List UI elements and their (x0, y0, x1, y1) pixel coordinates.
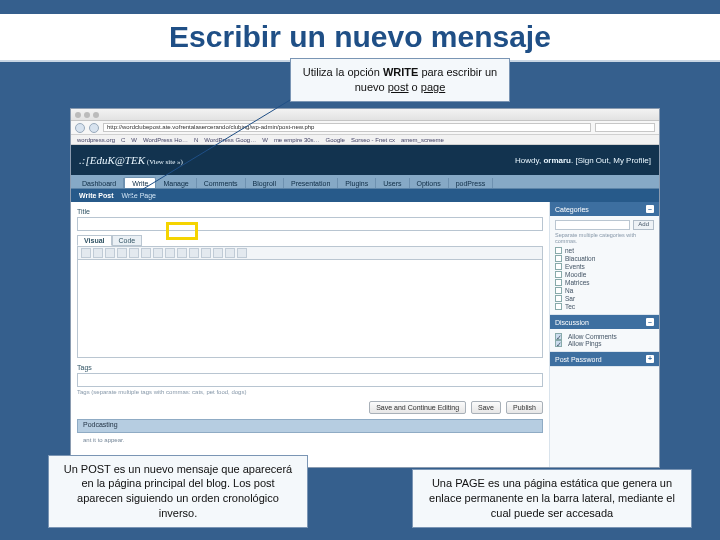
toolbar-button[interactable] (153, 248, 163, 258)
discussion-label: Allow Pings (568, 340, 602, 347)
window-dot (75, 112, 81, 118)
browser-titlebar (71, 109, 659, 121)
category-item[interactable]: Sar (555, 295, 654, 302)
nav-plugins[interactable]: Plugins (338, 178, 376, 188)
nav-write[interactable]: Write (124, 177, 156, 188)
collapse-icon[interactable]: – (646, 318, 654, 326)
toolbar-button[interactable] (141, 248, 151, 258)
discussion-item[interactable]: ✓Allow Comments (555, 333, 654, 340)
subnav-write-page[interactable]: Write Page (122, 192, 157, 199)
discussion-label: Allow Comments (568, 333, 617, 340)
category-item[interactable]: Matrices (555, 279, 654, 286)
bookmark-item[interactable]: wordpress.org (77, 137, 115, 143)
callout-bottom-right: Una PAGE es una página estática que gene… (412, 469, 692, 528)
category-item[interactable]: net (555, 247, 654, 254)
title-input[interactable] (77, 217, 543, 231)
bookmark-item[interactable]: me empire 30s… (274, 137, 320, 143)
forward-button[interactable] (89, 123, 99, 133)
bookmark-item[interactable]: Google (326, 137, 345, 143)
editor-tab-visual[interactable]: Visual (77, 235, 112, 246)
callout-top: Utiliza la opción WRITE para escribir un… (290, 58, 510, 102)
editor-area: Title Visual Code (71, 202, 549, 467)
howdy-links[interactable]: . [Sign Out, My Profile] (571, 156, 651, 165)
nav-presentation[interactable]: Presentation (284, 178, 338, 188)
bookmark-item[interactable]: WordPress Goog… (204, 137, 256, 143)
toolbar-button[interactable] (81, 248, 91, 258)
toolbar-button[interactable] (237, 248, 247, 258)
category-item[interactable]: Events (555, 263, 654, 270)
bookmark-item[interactable]: N (194, 137, 198, 143)
toolbar-button[interactable] (105, 248, 115, 258)
highlight-box (166, 222, 198, 240)
toolbar-button[interactable] (225, 248, 235, 258)
bookmark-item[interactable]: W (131, 137, 137, 143)
discussion-head[interactable]: Discussion – (550, 315, 659, 329)
nav-podpress[interactable]: podPress (449, 178, 494, 188)
nav-blogroll[interactable]: Blogroll (246, 178, 284, 188)
category-item[interactable]: Na (555, 287, 654, 294)
back-button[interactable] (75, 123, 85, 133)
nav-options[interactable]: Options (410, 178, 449, 188)
site-title[interactable]: .:[EduK@TEK (View site ») (79, 154, 183, 166)
category-hint: Separate multiple categories with commas… (555, 232, 654, 244)
toolbar-button[interactable] (93, 248, 103, 258)
toolbar-button[interactable] (177, 248, 187, 258)
sidebar: Categories – Add Separate multiple categ… (549, 202, 659, 467)
toolbar-button[interactable] (189, 248, 199, 258)
post-password-head[interactable]: Post Password + (550, 352, 659, 366)
bookmark-item[interactable]: C (121, 137, 125, 143)
category-item[interactable]: Tec (555, 303, 654, 310)
callout-top-text: Utiliza la opción WRITE para escribir un… (303, 66, 497, 93)
category-add-button[interactable]: Add (633, 220, 654, 230)
discussion-item[interactable]: ✓Allow Pings (555, 340, 654, 347)
window-dot (93, 112, 99, 118)
user-greeting: Howdy, ormaru. [Sign Out, My Profile] (515, 156, 651, 165)
category-add-input[interactable] (555, 220, 630, 230)
callout-bottom-left: Un POST es un nuevo mensaje que aparecer… (48, 455, 308, 528)
editor-tab-code[interactable]: Code (112, 235, 143, 246)
bookmark-item[interactable]: Sorseo - Fnet cx (351, 137, 395, 143)
collapse-icon[interactable]: – (646, 205, 654, 213)
bookmark-item[interactable]: W (262, 137, 268, 143)
category-label: Matrices (565, 279, 590, 286)
toolbar-button[interactable] (117, 248, 127, 258)
publish-button[interactable]: Publish (506, 401, 543, 414)
wp-main-nav: Dashboard Write Manage Comments Blogroll… (71, 175, 659, 189)
toolbar-button[interactable] (165, 248, 175, 258)
save-continue-button[interactable]: Save and Continue Editing (369, 401, 466, 414)
tags-input[interactable] (77, 373, 543, 387)
category-item[interactable]: Biacuation (555, 255, 654, 262)
toolbar-button[interactable] (213, 248, 223, 258)
browser-window: http://wordclubepost.ate.vofrentalaserce… (70, 108, 660, 468)
categories-head[interactable]: Categories – (550, 202, 659, 216)
window-dot (84, 112, 90, 118)
save-button[interactable]: Save (471, 401, 501, 414)
category-label: Na (565, 287, 573, 294)
category-label: Biacuation (565, 255, 595, 262)
post-password-label: Post Password (555, 356, 602, 363)
nav-dashboard[interactable]: Dashboard (75, 178, 124, 188)
search-box[interactable] (595, 123, 655, 132)
nav-comments[interactable]: Comments (197, 178, 246, 188)
category-item[interactable]: Moodle (555, 271, 654, 278)
toolbar-button[interactable] (201, 248, 211, 258)
nav-manage[interactable]: Manage (156, 178, 196, 188)
site-name: .:[EduK@TEK (79, 154, 145, 166)
editor-content[interactable] (77, 260, 543, 358)
category-label: Tec (565, 303, 575, 310)
bookmark-item[interactable]: WordPress Ho… (143, 137, 188, 143)
nav-users[interactable]: Users (376, 178, 409, 188)
browser-toolbar: http://wordclubepost.ate.vofrentalaserce… (71, 121, 659, 135)
wp-header: .:[EduK@TEK (View site ») Howdy, ormaru.… (71, 145, 659, 175)
expand-icon[interactable]: + (646, 355, 654, 363)
wp-sub-nav: Write Post Write Page (71, 189, 659, 202)
podcasting-panel[interactable]: Podcasting (77, 419, 543, 433)
subnav-write-post[interactable]: Write Post (79, 192, 114, 199)
category-label: Moodle (565, 271, 586, 278)
bookmark-item[interactable]: amem_screeme (401, 137, 444, 143)
title-label: Title (77, 208, 543, 215)
view-site-link[interactable]: (View site ») (145, 158, 183, 166)
toolbar-button[interactable] (129, 248, 139, 258)
categories-head-label: Categories (555, 206, 589, 213)
address-bar[interactable]: http://wordclubepost.ate.vofrentalaserce… (103, 123, 591, 132)
